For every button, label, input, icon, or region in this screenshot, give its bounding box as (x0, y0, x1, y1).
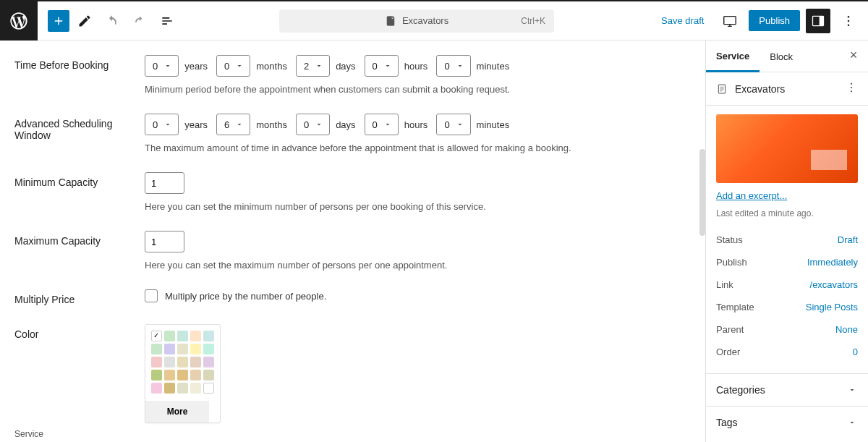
color-swatch[interactable] (164, 383, 175, 394)
close-sidebar-button[interactable]: × (845, 46, 862, 64)
document-title-bar[interactable]: Excavators Ctrl+K (279, 9, 554, 33)
color-swatch[interactable] (151, 344, 162, 354)
wordpress-logo[interactable] (0, 1, 38, 41)
publish-label: Publish (716, 257, 747, 268)
time-before-label: Time Before Booking (14, 55, 145, 95)
advanced-window-label: Advanced Scheduling Window (14, 114, 145, 153)
advanced-help: The maximum amount of time in advance be… (145, 143, 691, 153)
svg-point-9 (851, 87, 852, 88)
document-title: Excavators (402, 15, 448, 26)
time-before-minutes-select[interactable]: 0 (436, 55, 470, 77)
color-swatch[interactable] (190, 331, 201, 341)
link-value[interactable]: /excavators (810, 279, 858, 290)
post-icon (385, 15, 396, 27)
color-swatch[interactable] (164, 357, 175, 367)
color-swatch[interactable] (177, 383, 188, 394)
last-edited-text: Last edited a minute ago. (716, 208, 858, 218)
template-value[interactable]: Single Posts (806, 302, 858, 313)
tab-service[interactable]: Service (706, 41, 760, 72)
color-swatch[interactable] (190, 370, 201, 381)
save-draft-button[interactable]: Save draft (654, 11, 711, 30)
scrollbar[interactable] (699, 149, 705, 236)
editor-canvas: Time Before Booking 0 years 0 months 2 d… (0, 41, 705, 442)
svg-rect-1 (724, 16, 736, 24)
color-swatch[interactable] (203, 357, 214, 367)
color-swatch[interactable] (177, 357, 188, 367)
advanced-minutes-select[interactable]: 0 (436, 114, 470, 135)
multiply-price-checkbox[interactable] (145, 289, 158, 302)
svg-point-10 (851, 90, 852, 92)
color-swatch[interactable] (190, 357, 201, 367)
time-before-days-select[interactable]: 2 (296, 55, 330, 77)
min-capacity-help: Here you can set the minimum number of p… (145, 201, 691, 212)
min-capacity-input[interactable] (145, 172, 184, 194)
color-swatch[interactable] (203, 331, 214, 341)
undo-icon[interactable] (100, 9, 124, 33)
settings-panel-toggle[interactable] (806, 9, 830, 33)
max-capacity-input[interactable] (145, 231, 184, 252)
shortcut-hint: Ctrl+K (521, 16, 545, 26)
color-swatch[interactable] (177, 370, 188, 381)
status-label: Status (716, 234, 743, 245)
categories-accordion[interactable]: Categories (706, 373, 868, 406)
featured-image[interactable] (716, 114, 858, 183)
publish-button[interactable]: Publish (749, 10, 800, 31)
tab-block[interactable]: Block (760, 41, 803, 71)
publish-value[interactable]: Immediately (807, 257, 858, 268)
color-swatch[interactable] (164, 331, 175, 341)
svg-point-6 (848, 24, 850, 26)
color-swatch[interactable] (203, 370, 214, 381)
svg-point-4 (848, 15, 850, 17)
color-swatch[interactable] (177, 344, 188, 354)
preview-button[interactable] (717, 8, 743, 34)
svg-point-5 (848, 20, 850, 22)
svg-rect-3 (820, 16, 824, 25)
multiply-price-checkbox-label: Multiply price by the number of people. (165, 291, 326, 302)
edit-icon[interactable] (72, 9, 97, 33)
redo-icon[interactable] (127, 9, 152, 33)
advanced-days-select[interactable]: 0 (296, 114, 330, 135)
link-label: Link (716, 279, 733, 290)
min-capacity-label: Minimum Capacity (14, 172, 145, 212)
more-colors-button[interactable]: More (145, 401, 209, 422)
add-excerpt-link[interactable]: Add an excerpt... (716, 190, 858, 201)
multiply-price-label: Multiply Price (14, 289, 145, 305)
chevron-down-icon (846, 384, 858, 396)
template-label: Template (716, 302, 754, 313)
time-before-months-select[interactable]: 0 (216, 55, 250, 77)
color-swatch[interactable] (190, 383, 201, 394)
color-swatch[interactable] (151, 383, 162, 394)
time-before-years-select[interactable]: 0 (145, 55, 179, 77)
chevron-down-icon (846, 417, 858, 428)
color-swatch[interactable] (203, 383, 214, 394)
svg-point-8 (851, 83, 852, 85)
color-swatch[interactable] (203, 344, 214, 354)
color-swatch[interactable] (177, 331, 188, 341)
tags-accordion[interactable]: Tags (706, 406, 868, 438)
post-type-icon (716, 83, 728, 95)
color-swatch[interactable] (164, 370, 175, 381)
color-picker-panel: More (145, 324, 221, 423)
advanced-years-select[interactable]: 0 (145, 114, 179, 135)
max-capacity-label: Maximum Capacity (14, 231, 145, 271)
more-options-button[interactable] (836, 9, 861, 33)
breadcrumb[interactable]: Service (14, 426, 43, 442)
parent-value[interactable]: None (835, 324, 858, 335)
color-swatch[interactable] (164, 344, 175, 354)
sidebar-actions-button[interactable] (845, 81, 858, 96)
max-capacity-help: Here you can set the maximum number of p… (145, 260, 691, 271)
settings-sidebar: Service Block × Excavators Add an excerp… (705, 41, 868, 442)
sidebar-title: Excavators (735, 83, 785, 95)
order-value[interactable]: 0 (853, 347, 858, 357)
color-swatch[interactable] (190, 344, 201, 354)
color-swatch[interactable] (151, 370, 162, 381)
document-outline-icon[interactable] (155, 9, 179, 33)
add-block-button[interactable] (48, 10, 69, 32)
time-before-hours-select[interactable]: 0 (365, 55, 399, 77)
color-swatch[interactable] (151, 357, 162, 367)
advanced-hours-select[interactable]: 0 (365, 114, 399, 135)
advanced-months-select[interactable]: 6 (216, 114, 250, 135)
status-value[interactable]: Draft (838, 234, 858, 245)
color-label: Color (14, 324, 145, 423)
color-swatch[interactable] (151, 331, 162, 341)
